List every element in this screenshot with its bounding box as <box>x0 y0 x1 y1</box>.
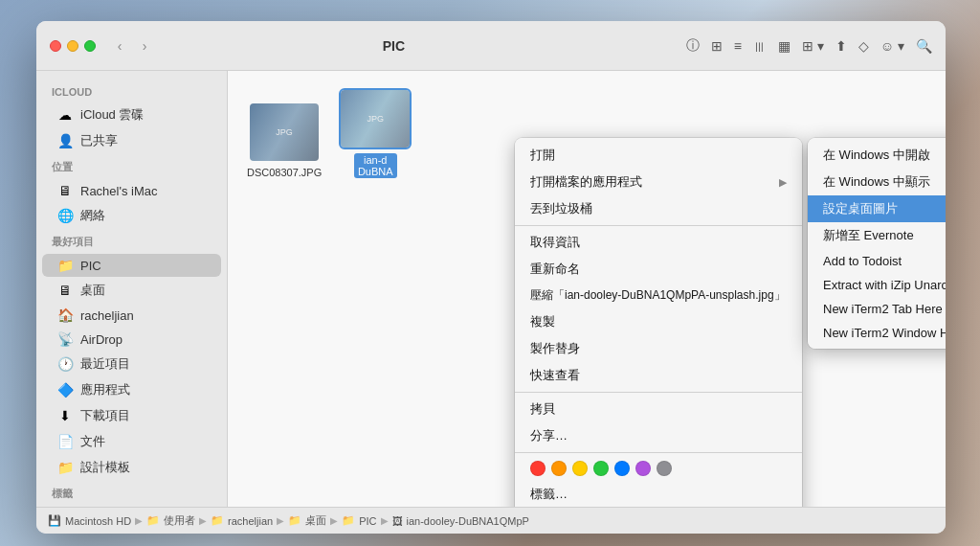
menu-item-copy[interactable]: 拷貝 <box>515 396 802 422</box>
menu-item-open-with[interactable]: 打開檔案的應用程式 ▶ <box>515 169 802 195</box>
sidebar-item-applications[interactable]: 🔷 應用程式 <box>42 377 221 402</box>
path-sep-2: ▶ <box>199 515 207 526</box>
menu-item-get-info[interactable]: 取得資訊 <box>515 229 802 256</box>
fullscreen-button[interactable] <box>84 40 96 52</box>
file-item-2[interactable]: JPG ian-dDuBNA <box>341 90 410 178</box>
menu-item-compress[interactable]: 壓縮「ian-dooley-DuBNA1QMpPA-unsplash.jpg」 <box>515 283 802 308</box>
open-with-arrow: ▶ <box>779 176 787 189</box>
sidebar-item-downloads[interactable]: ⬇ 下載項目 <box>42 403 221 428</box>
recent-icon: 🕐 <box>57 356 73 372</box>
submenu-item-add-todoist[interactable]: Add to Todoist <box>808 249 946 273</box>
file-name-2: ian-dDuBNA <box>354 153 397 178</box>
tags-section-title: 標籤 <box>36 481 227 505</box>
gallery-view-icon[interactable]: ▦ <box>778 38 791 54</box>
desktop-icon: 🖥 <box>57 283 73 298</box>
path-pic[interactable]: 📁 PIC <box>342 514 376 527</box>
sidebar: iCloud ☁ iCloud 雲碟 👤 已共享 位置 🖥 Rachel's i… <box>36 71 228 507</box>
sidebar-item-desktop[interactable]: 🖥 桌面 <box>42 278 221 303</box>
path-desktop[interactable]: 📁 桌面 <box>288 513 326 528</box>
sidebar-item-documents[interactable]: 📄 文件 <box>42 429 221 454</box>
sidebar-item-shared[interactable]: 👤 已共享 <box>42 128 221 153</box>
desktop-label: 桌面 <box>80 282 105 299</box>
tag-orange[interactable] <box>551 461 567 476</box>
submenu-item-new-iterm2-window[interactable]: New iTerm2 Window Here <box>808 321 946 345</box>
tag-green[interactable] <box>593 461 609 476</box>
favorites-section-title: 最好項目 <box>36 229 227 253</box>
color-tags-row <box>515 456 802 481</box>
path-users[interactable]: 📁 使用者 <box>146 513 195 528</box>
submenu-item-extract[interactable]: Extract with iZip Unarchiver <box>808 273 946 297</box>
icloud-section-title: iCloud <box>36 80 227 102</box>
design-label: 設計模板 <box>80 459 130 476</box>
documents-label: 文件 <box>80 433 105 450</box>
traffic-lights <box>50 40 96 52</box>
tag-gray[interactable] <box>657 461 672 476</box>
tag-red[interactable] <box>530 461 546 476</box>
menu-item-duplicate[interactable]: 複製 <box>515 308 802 335</box>
menu-item-open[interactable]: 打開 <box>515 142 802 169</box>
icon-view-icon[interactable]: ⊞ <box>711 38 723 54</box>
path-sep-5: ▶ <box>381 515 389 526</box>
toolbar-icons: ⓘ ⊞ ≡ ⫼ ▦ ⊞ ▾ ⬆ ◇ ☺ ▾ 🔍 <box>686 37 932 55</box>
path-macintosh-hd[interactable]: 💾 Macintosh HD <box>48 514 131 527</box>
network-label: 網絡 <box>80 207 105 224</box>
tag-purple[interactable] <box>635 461 651 476</box>
search-icon[interactable]: 🔍 <box>916 38 932 54</box>
menu-item-share[interactable]: 分享… <box>515 422 802 449</box>
shared-label: 已共享 <box>80 132 118 149</box>
tag-icon[interactable]: ◇ <box>858 38 869 54</box>
menu-item-quick-look[interactable]: 快速查看 <box>515 362 802 389</box>
submenu-item-open-windows[interactable]: 在 Windows 中開啟 <box>808 142 946 169</box>
pic-label: PIC <box>80 259 101 273</box>
close-button[interactable] <box>50 40 61 52</box>
submenu-item-show-windows[interactable]: 在 Windows 中顯示 <box>808 169 946 195</box>
path-sep-4: ▶ <box>330 515 338 526</box>
menu-item-make-alias[interactable]: 製作替身 <box>515 335 802 362</box>
applications-icon: 🔷 <box>57 382 73 398</box>
file-thumbnail-2: JPG <box>341 90 410 148</box>
separator-3 <box>515 452 802 453</box>
path-bar: 💾 Macintosh HD ▶ 📁 使用者 ▶ 📁 racheljian ▶ … <box>36 507 946 534</box>
file-item-1[interactable]: JPG DSC08307.JPG <box>247 103 322 178</box>
location-section-title: 位置 <box>36 154 227 178</box>
submenu-item-new-iterm2-tab[interactable]: New iTerm2 Tab Here <box>808 297 946 321</box>
sidebar-item-airdrop[interactable]: 📡 AirDrop <box>42 328 221 351</box>
content-area: iCloud ☁ iCloud 雲碟 👤 已共享 位置 🖥 Rachel's i… <box>36 71 946 507</box>
path-racheljian[interactable]: 📁 racheljian <box>211 514 273 527</box>
sidebar-item-pic[interactable]: 📁 PIC <box>42 254 221 277</box>
arrange-icon[interactable]: ⊞ ▾ <box>802 38 824 54</box>
design-icon: 📁 <box>57 460 73 475</box>
sidebar-item-design[interactable]: 📁 設計模板 <box>42 455 221 480</box>
downloads-icon: ⬇ <box>57 408 73 423</box>
more-icon[interactable]: ☺ ▾ <box>880 38 904 54</box>
sidebar-item-network[interactable]: 🌐 網絡 <box>42 203 221 228</box>
sidebar-item-imac[interactable]: 🖥 Rachel's iMac <box>42 179 221 202</box>
path-sep-3: ▶ <box>277 515 284 526</box>
title-bar: ‹ › PIC ⓘ ⊞ ≡ ⫼ ▦ ⊞ ▾ ⬆ ◇ ☺ ▾ 🔍 <box>36 21 946 71</box>
menu-item-rename[interactable]: 重新命名 <box>515 256 802 283</box>
list-view-icon[interactable]: ≡ <box>734 38 742 54</box>
file-thumbnail-1: JPG <box>250 103 319 161</box>
separator-2 <box>515 392 802 393</box>
menu-item-trash[interactable]: 丟到垃圾桶 <box>515 195 802 222</box>
file-name-1: DSC08307.JPG <box>247 167 322 178</box>
menu-item-tags[interactable]: 標籤… <box>515 481 802 507</box>
imac-icon: 🖥 <box>57 183 73 198</box>
submenu-item-set-desktop[interactable]: 設定桌面圖片 <box>808 195 946 222</box>
sidebar-item-recent[interactable]: 🕐 最近項目 <box>42 352 221 376</box>
tag-yellow[interactable] <box>572 461 588 476</box>
airdrop-icon: 📡 <box>57 331 73 347</box>
path-file[interactable]: 🖼 ian-dooley-DuBNA1QMpP <box>392 515 529 527</box>
column-view-icon[interactable]: ⫼ <box>753 38 767 54</box>
submenu-item-add-evernote[interactable]: 新增至 Evernote <box>808 222 946 249</box>
minimize-button[interactable] <box>67 40 78 52</box>
tag-blue[interactable] <box>614 461 630 476</box>
applications-label: 應用程式 <box>80 381 130 398</box>
documents-icon: 📄 <box>57 434 73 449</box>
recent-label: 最近項目 <box>80 355 130 373</box>
share-icon[interactable]: ⬆ <box>835 38 847 54</box>
icloud-drive-label: iCloud 雲碟 <box>80 106 144 124</box>
info-icon[interactable]: ⓘ <box>686 37 700 55</box>
sidebar-item-icloud-drive[interactable]: ☁ iCloud 雲碟 <box>42 102 221 127</box>
sidebar-item-racheljian[interactable]: 🏠 racheljian <box>42 304 221 327</box>
